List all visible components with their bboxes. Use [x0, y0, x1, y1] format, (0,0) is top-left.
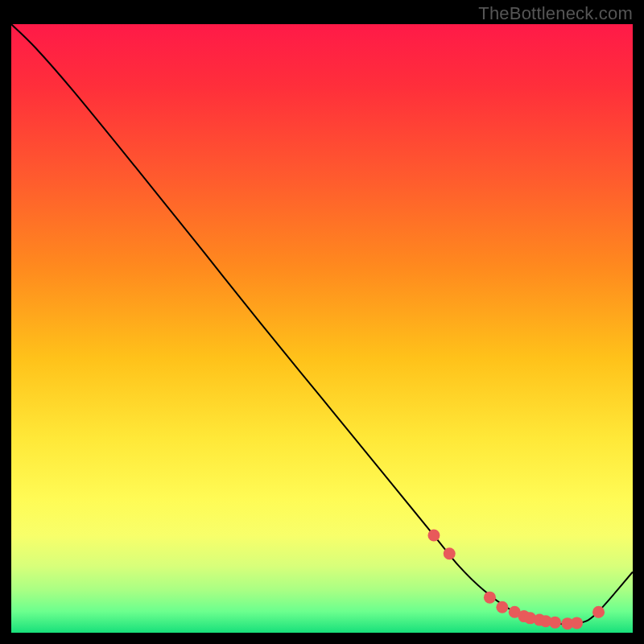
chart-background — [11, 24, 633, 633]
chart-marker — [592, 606, 605, 618]
chart-marker — [484, 592, 496, 604]
chart-marker — [496, 601, 508, 613]
chart-marker — [444, 547, 456, 559]
chart-marker — [427, 530, 440, 542]
attribution-text: TheBottleneck.com — [478, 3, 633, 24]
chart-canvas — [11, 24, 633, 633]
chart-marker — [549, 617, 561, 629]
chart-svg — [11, 24, 633, 633]
chart-marker — [571, 617, 583, 629]
